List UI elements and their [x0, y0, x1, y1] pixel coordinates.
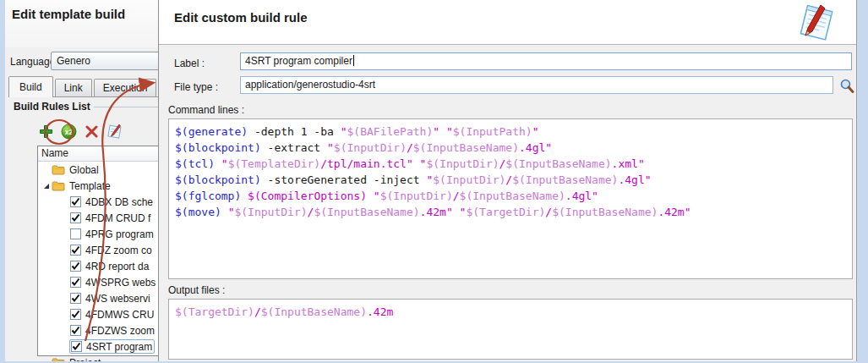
code-segment-var: $(BAFilePath) [347, 125, 434, 138]
template-build-title: Edit template build [12, 7, 125, 21]
code-line: $(move) "$(InputDir)/$(InputBaseName).42… [175, 204, 846, 220]
code-segment-cmd: $(blockpoint) [175, 173, 261, 186]
tree-folder-row[interactable]: Project [38, 355, 158, 361]
expander-icon[interactable] [41, 181, 52, 191]
tree-rule-row[interactable]: 4FDMWS CRU [38, 306, 158, 322]
folder-icon [52, 164, 65, 175]
filetype-input[interactable]: application/generostudio-4srt [240, 76, 833, 94]
code-segment-var: $(InputDir) [426, 157, 499, 170]
code-segment-var: $(InputDir) [234, 206, 307, 218]
tree-row-label: Global [69, 164, 99, 176]
tree-row-label: Template [69, 180, 111, 192]
output-files-editor[interactable]: $(TargetDir)/$(InputBaseName).42m [168, 299, 853, 360]
tree-row-label: 4WS webservi [85, 293, 150, 305]
text-caret [353, 55, 354, 66]
code-segment-var: $(InputBaseName) [261, 305, 367, 318]
dialog-title: Edit custom build rule [174, 10, 308, 25]
checked-checkbox-icon [70, 277, 81, 288]
code-segment-str: / [545, 206, 552, 218]
code-line: $(blockpoint) -storeGenerated -inject "$… [175, 172, 846, 188]
code-segment-var: $(InputPath) [453, 125, 532, 138]
tab-execution[interactable]: Execution [94, 79, 157, 97]
code-segment-plain: -extract [261, 141, 327, 154]
code-segment-cmd: $(move) [175, 206, 221, 218]
code-line: $(TargetDir)/$(InputBaseName).42m [175, 304, 846, 320]
duplicate-rule-button[interactable]: x2 [60, 123, 77, 140]
tree-folder-row[interactable]: Global [38, 162, 158, 178]
code-segment-str: /tpl/main.tcl" [320, 157, 413, 170]
tree-row-label: 4FDZ zoom co [85, 245, 152, 256]
code-segment-var: $(InputBaseName) [552, 206, 658, 218]
label-input[interactable]: 4SRT program compiler [240, 52, 852, 70]
tree-rows: Global Template 4DBX DB sche 4FDM CRUD f… [38, 162, 158, 361]
code-segment-plain [215, 157, 221, 170]
pencil-note-icon [106, 124, 123, 139]
delete-rule-button[interactable] [83, 123, 100, 140]
code-line: $(fglcomp) $(CompilerOptions) "$(InputDi… [175, 188, 846, 204]
build-rules-tree[interactable]: Name Global Template 4DBX DB sche 4FDM C… [37, 146, 158, 356]
code-segment-str: " [221, 157, 228, 170]
svg-text:x2: x2 [64, 127, 73, 135]
groupbox-line [86, 107, 158, 107]
code-segment-cmd: $(tcl) [175, 157, 215, 170]
tree-rule-row[interactable]: 4PRG program [38, 226, 158, 242]
build-rules-group-title: Build Rules List [14, 101, 94, 113]
tree-row-label: 4PRG program [85, 228, 154, 240]
tree-row-label: 4FDZWS zoom [85, 325, 155, 337]
code-segment-str: " [374, 190, 380, 202]
tree-row-label: 4FDMWS CRU [85, 309, 154, 321]
code-segment-str: .4gl" [618, 173, 651, 186]
tree-rule-row[interactable]: 4FDZWS zoom [38, 322, 158, 338]
tab-link[interactable]: Link [55, 79, 92, 97]
checked-checkbox-icon [70, 245, 81, 256]
edit-rule-button[interactable] [106, 123, 123, 140]
tree-row-label: Project [69, 357, 101, 362]
tree-rule-row[interactable]: 4FDM CRUD f [38, 210, 158, 226]
tree-rule-row[interactable]: 4SRT program [38, 338, 158, 355]
code-segment-var: $(TargetDir) [175, 305, 254, 318]
code-segment-plain: -depth 1 -ba [248, 125, 341, 138]
code-segment-str: " [341, 125, 347, 138]
build-rules-toolbar: x2 [37, 122, 123, 140]
red-x-icon [85, 125, 98, 138]
filetype-browse-button[interactable] [838, 78, 855, 95]
tree-row-label: 4FDM CRUD f [85, 212, 150, 224]
code-segment-str: .4gl" [565, 190, 598, 202]
code-segment-plain [221, 206, 228, 218]
code-segment-str: / [407, 141, 413, 154]
code-segment-plain [241, 190, 248, 202]
tree-row-label: 4DBX DB sche [85, 196, 153, 208]
tree-rule-row[interactable]: 4FDZ zoom co [38, 242, 158, 258]
tab-build[interactable]: Build [8, 76, 53, 97]
tree-column-header[interactable]: Name [38, 146, 158, 162]
unchecked-checkbox-icon [70, 228, 81, 239]
code-segment-str: / [453, 190, 460, 202]
tree-folder-row[interactable]: Template [38, 178, 158, 194]
code-segment-var: $(InputBaseName) [512, 173, 618, 186]
code-segment-var: $(InputBaseName) [314, 206, 419, 218]
command-lines-editor[interactable]: $(generate) -depth 1 -ba "$(BAFilePath)"… [168, 118, 853, 279]
checked-checkbox-icon [70, 325, 81, 336]
checked-checkbox-icon [70, 261, 81, 272]
code-segment-cmd: $(blockpoint) [175, 141, 261, 154]
tree-row-label: 4SRT program [86, 341, 152, 353]
code-segment-var: $(TemplateDir) [228, 157, 321, 170]
tree-rule-row[interactable]: 4RD report da [38, 258, 158, 274]
tree-rule-row[interactable]: 4DBX DB sche [38, 194, 158, 210]
code-segment-cmd: $(fglcomp) [175, 190, 241, 202]
code-segment-var: $(InputBaseName) [413, 141, 519, 154]
code-segment-var: $(InputDir) [334, 141, 407, 154]
tree-row-label: 4RD report da [85, 261, 149, 272]
code-segment-plain [367, 190, 374, 202]
language-combobox[interactable]: Genero [51, 52, 158, 70]
add-rule-button[interactable] [37, 123, 54, 140]
tree-rule-row[interactable]: 4WSPRG webs [38, 274, 158, 290]
x2-badge-icon: x2 [61, 124, 77, 140]
language-value: Genero [57, 55, 90, 67]
tree-rule-row[interactable]: 4WS webservi [38, 290, 158, 306]
code-segment-plain: -storeGenerated -inject [261, 173, 427, 186]
command-lines-label: Command lines : [168, 104, 244, 116]
selected-row-focus[interactable]: 4SRT program [69, 339, 155, 354]
code-segment-str: / [254, 305, 261, 318]
code-segment-str: .xml" [612, 157, 645, 170]
